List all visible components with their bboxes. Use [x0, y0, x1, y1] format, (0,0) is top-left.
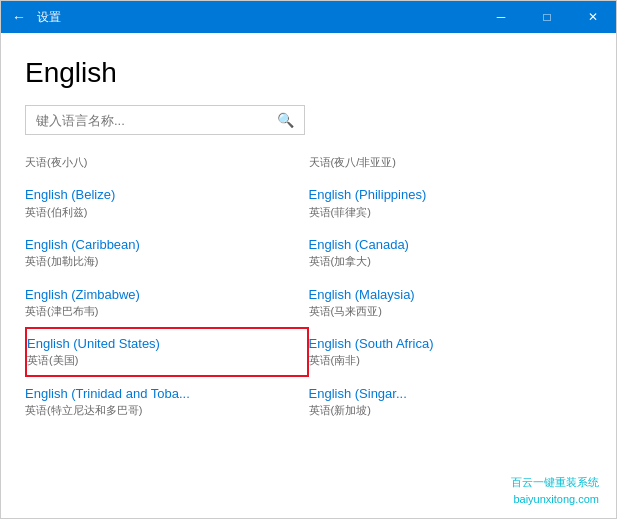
language-item-1[interactable]: English (Philippines)英语(菲律宾)	[309, 178, 593, 228]
title-bar-left: ← 设置	[9, 7, 61, 27]
language-name-1: English (Philippines)	[309, 186, 585, 204]
language-sub-3: 英语(加拿大)	[309, 254, 585, 269]
language-item-7[interactable]: English (South Africa)英语(南非)	[309, 327, 593, 377]
window-controls: ─ □ ✕	[478, 1, 616, 33]
partial-left-text: 天语(夜小八)	[25, 155, 301, 170]
language-sub-9: 英语(新加坡)	[309, 403, 585, 418]
language-name-8: English (Trinidad and Toba...	[25, 385, 301, 403]
search-icon: 🔍	[277, 112, 294, 128]
language-item-9[interactable]: English (Singar...英语(新加坡)	[309, 377, 593, 427]
partial-right-text: 天语(夜八/非亚亚)	[309, 155, 585, 170]
window-title: 设置	[37, 9, 61, 26]
language-sub-8: 英语(特立尼达和多巴哥)	[25, 403, 301, 418]
title-bar: ← 设置 ─ □ ✕	[1, 1, 616, 33]
language-name-4: English (Zimbabwe)	[25, 286, 301, 304]
minimize-icon: ─	[497, 10, 506, 24]
language-sub-6: 英语(美国)	[27, 353, 301, 368]
language-item-5[interactable]: English (Malaysia)英语(马来西亚)	[309, 278, 593, 328]
partial-item-left[interactable]: 天语(夜小八)	[25, 147, 309, 178]
settings-window: ← 设置 ─ □ ✕ English 🔍	[0, 0, 617, 519]
language-item-8[interactable]: English (Trinidad and Toba...英语(特立尼达和多巴哥…	[25, 377, 309, 427]
language-name-5: English (Malaysia)	[309, 286, 585, 304]
close-button[interactable]: ✕	[570, 1, 616, 33]
back-button[interactable]: ←	[9, 7, 29, 27]
content-wrapper: 天语(夜小八) 天语(夜八/非亚亚) English (Belize)英语(伯利…	[25, 147, 592, 518]
language-name-9: English (Singar...	[309, 385, 585, 403]
back-icon: ←	[12, 9, 26, 25]
minimize-button[interactable]: ─	[478, 1, 524, 33]
language-item-4[interactable]: English (Zimbabwe)英语(津巴布韦)	[25, 278, 309, 328]
language-sub-2: 英语(加勒比海)	[25, 254, 301, 269]
language-list: 天语(夜小八) 天语(夜八/非亚亚) English (Belize)英语(伯利…	[25, 147, 592, 426]
maximize-icon: □	[543, 10, 550, 24]
language-item-3[interactable]: English (Canada)英语(加拿大)	[309, 228, 593, 278]
search-input[interactable]	[36, 113, 277, 128]
language-sub-4: 英语(津巴布韦)	[25, 304, 301, 319]
language-sub-7: 英语(南非)	[309, 353, 585, 368]
partial-top-row: 天语(夜小八) 天语(夜八/非亚亚)	[25, 147, 592, 178]
language-name-6: English (United States)	[27, 335, 301, 353]
language-sub-0: 英语(伯利兹)	[25, 205, 301, 220]
language-item-0[interactable]: English (Belize)英语(伯利兹)	[25, 178, 309, 228]
main-content: English 🔍 天语(夜小八) 天语(夜八/非亚亚)	[1, 33, 616, 518]
language-name-0: English (Belize)	[25, 186, 301, 204]
language-name-3: English (Canada)	[309, 236, 585, 254]
close-icon: ✕	[588, 10, 598, 24]
language-sub-1: 英语(菲律宾)	[309, 205, 585, 220]
language-grid: English (Belize)英语(伯利兹)English (Philippi…	[25, 178, 592, 426]
language-sub-5: 英语(马来西亚)	[309, 304, 585, 319]
language-item-6[interactable]: English (United States)英语(美国)	[25, 327, 309, 377]
maximize-button[interactable]: □	[524, 1, 570, 33]
search-box[interactable]: 🔍	[25, 105, 305, 135]
partial-item-right[interactable]: 天语(夜八/非亚亚)	[309, 147, 593, 178]
language-item-2[interactable]: English (Caribbean)英语(加勒比海)	[25, 228, 309, 278]
language-name-7: English (South Africa)	[309, 335, 585, 353]
page-title: English	[25, 57, 592, 89]
language-name-2: English (Caribbean)	[25, 236, 301, 254]
